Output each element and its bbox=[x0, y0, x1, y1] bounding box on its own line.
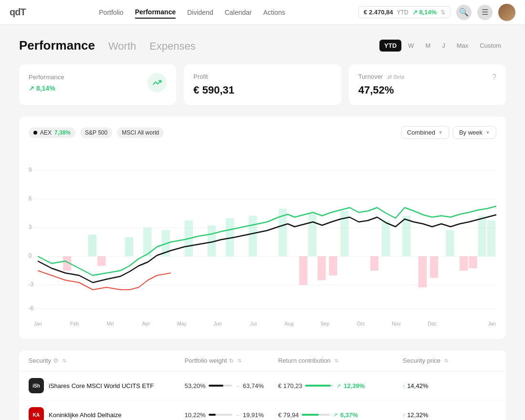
performance-card-value: ↗ 8,14% bbox=[29, 84, 64, 92]
table-header-row: Security ⚙ ⇅ Portfolio weight ↻ ⇅ Return… bbox=[19, 350, 506, 371]
user-avatar[interactable] bbox=[498, 4, 515, 21]
tab-worth[interactable]: Worth bbox=[108, 40, 136, 52]
svg-text:May: May bbox=[177, 321, 187, 326]
securities-table: Security ⚙ ⇅ Portfolio weight ↻ ⇅ Return… bbox=[19, 350, 506, 420]
svg-rect-29 bbox=[97, 256, 105, 266]
aex-label: AEX bbox=[40, 129, 52, 136]
svg-text:Jan: Jan bbox=[488, 321, 496, 326]
svg-text:Nov: Nov bbox=[392, 321, 401, 326]
aex-pct: 7,38% bbox=[54, 129, 71, 136]
svg-rect-23 bbox=[382, 220, 390, 256]
portfolio-value-badge[interactable]: € 2.470,84 YTD ↗ 8,14% ⇅ bbox=[358, 6, 451, 18]
svg-text:Aug: Aug bbox=[284, 321, 294, 326]
profit-card: Profit € 590,31 bbox=[184, 64, 341, 105]
svg-rect-25 bbox=[446, 230, 454, 256]
return-bar-2 bbox=[302, 414, 330, 416]
weight-from-1: 53,20% bbox=[185, 382, 206, 389]
menu-icon[interactable]: ☰ bbox=[477, 5, 493, 20]
svg-rect-37 bbox=[469, 256, 477, 268]
performance-chart[interactable]: 9 6 3 0 -3 -6 bbox=[29, 147, 496, 328]
security-sort-icon[interactable]: ⇅ bbox=[63, 358, 66, 363]
profit-card-value: € 590,31 bbox=[193, 84, 331, 96]
weight-sort-icon[interactable]: ⇅ bbox=[238, 358, 242, 363]
ahold-logo: KA bbox=[29, 407, 44, 420]
svg-rect-21 bbox=[308, 213, 316, 256]
svg-rect-33 bbox=[370, 256, 378, 271]
security-cell-2: KA Koninklijke Ahold Delhaize bbox=[29, 407, 185, 420]
svg-text:9: 9 bbox=[29, 167, 32, 173]
svg-rect-19 bbox=[249, 216, 257, 256]
svg-text:Oct: Oct bbox=[357, 321, 364, 326]
weight-arrow-1: → bbox=[235, 383, 240, 388]
svg-rect-24 bbox=[402, 216, 410, 256]
aex-index-badge[interactable]: AEX 7,38% bbox=[29, 127, 75, 138]
tab-expenses[interactable]: Expenses bbox=[149, 40, 196, 52]
performance-card: Performance ↗ 8,14% bbox=[19, 64, 176, 105]
nav-item-portfolio[interactable]: Portfolio bbox=[99, 7, 123, 18]
period-dropdown-arrow: ▼ bbox=[485, 130, 490, 135]
nav-item-actions[interactable]: Actions bbox=[263, 7, 285, 18]
main-content: Performance Worth Expenses YTD W M J Max… bbox=[0, 25, 525, 420]
svg-text:Feb: Feb bbox=[70, 321, 79, 326]
nav-item-dividend[interactable]: Dividend bbox=[187, 7, 213, 18]
chart-container: AEX 7,38% S&P 500 MSCI All world Combine… bbox=[19, 116, 506, 339]
svg-rect-13 bbox=[125, 237, 133, 256]
filter-ytd[interactable]: YTD bbox=[379, 40, 401, 52]
chart-right-controls: Combined ▼ By week ▼ bbox=[401, 126, 496, 139]
filter-w[interactable]: W bbox=[403, 40, 419, 52]
svg-rect-34 bbox=[419, 256, 427, 287]
ytd-label: YTD bbox=[397, 9, 409, 16]
by-week-dropdown[interactable]: By week ▼ bbox=[453, 126, 496, 139]
weight-cell-1: 53,20% → 63,74% bbox=[185, 382, 278, 389]
return-cell-1: € 170,23 ↗ 12,39% bbox=[278, 382, 403, 389]
turnover-card-value: 47,52% bbox=[358, 84, 404, 96]
search-icon[interactable]: 🔍 bbox=[456, 5, 472, 20]
weight-bar-1 bbox=[209, 385, 232, 387]
weight-to-2: 19,91% bbox=[243, 411, 264, 419]
filter-max[interactable]: Max bbox=[452, 40, 473, 52]
security-settings-icon[interactable]: ⚙ bbox=[53, 357, 59, 364]
page-header: Performance Worth Expenses YTD W M J Max… bbox=[19, 38, 506, 53]
return-up-arrow-1: ↗ bbox=[336, 383, 341, 389]
turnover-info-icon[interactable]: ? bbox=[492, 73, 496, 82]
portfolio-weight-column-header: Portfolio weight ↻ ⇅ bbox=[185, 357, 278, 364]
combined-dropdown[interactable]: Combined ▼ bbox=[401, 126, 449, 139]
svg-rect-35 bbox=[430, 256, 438, 278]
price-trend-1: ↑ bbox=[403, 383, 406, 389]
filter-m[interactable]: M bbox=[420, 40, 435, 52]
sp500-index-badge[interactable]: S&P 500 bbox=[80, 127, 112, 138]
return-pct-1: 12,39% bbox=[344, 382, 365, 389]
return-sort-icon[interactable]: ⇅ bbox=[335, 358, 338, 363]
turnover-card-label: Turnover ⇄ Beta bbox=[358, 73, 404, 80]
svg-rect-26 bbox=[478, 216, 486, 256]
tab-performance[interactable]: Performance bbox=[19, 38, 95, 53]
performance-card-label: Performance bbox=[29, 74, 64, 81]
msci-index-badge[interactable]: MSCI All world bbox=[117, 127, 164, 138]
return-pct-2: 6,37% bbox=[340, 411, 358, 419]
svg-text:-6: -6 bbox=[29, 305, 34, 311]
aex-dot bbox=[33, 131, 37, 135]
svg-rect-31 bbox=[317, 256, 326, 280]
nav-item-performance[interactable]: Performance bbox=[135, 6, 176, 19]
svg-text:6: 6 bbox=[29, 195, 32, 201]
page-tabs: Performance Worth Expenses bbox=[19, 38, 196, 53]
svg-text:Apr: Apr bbox=[142, 321, 150, 326]
svg-rect-12 bbox=[88, 235, 96, 256]
filter-custom[interactable]: Custom bbox=[475, 40, 506, 52]
svg-text:Jun: Jun bbox=[213, 321, 221, 326]
ishares-name: iShares Core MSCI World UCITS ETF bbox=[49, 382, 154, 389]
return-up-arrow-2: ↗ bbox=[333, 412, 337, 418]
table-row: KA Koninklijke Ahold Delhaize 10,22% → 1… bbox=[19, 400, 506, 420]
nav-item-calendar[interactable]: Calendar bbox=[225, 7, 252, 18]
ahold-name: Koninklijke Ahold Delhaize bbox=[49, 411, 121, 419]
svg-text:3: 3 bbox=[29, 224, 32, 230]
performance-card-icon bbox=[147, 73, 167, 92]
portfolio-performance: ↗ 8,14% bbox=[412, 9, 437, 16]
price-sort-icon[interactable]: ⇅ bbox=[444, 358, 448, 363]
svg-text:Jul: Jul bbox=[250, 321, 256, 326]
msci-label: MSCI All world bbox=[122, 129, 159, 136]
weight-refresh-icon[interactable]: ↻ bbox=[229, 357, 234, 364]
price-cell-2: ↑ 12,32% bbox=[403, 411, 496, 419]
filter-j[interactable]: J bbox=[437, 40, 450, 52]
svg-text:-3: -3 bbox=[29, 281, 34, 287]
